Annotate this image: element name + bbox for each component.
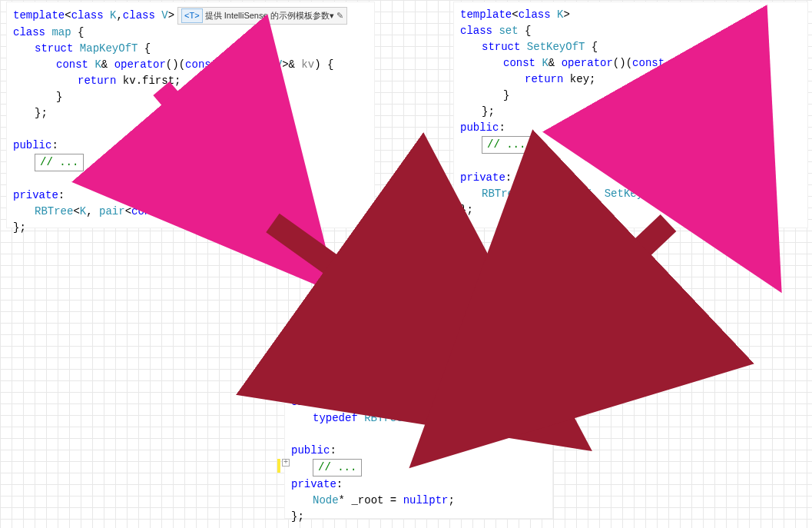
map-operator-line: const K& operator()(const pair<K, V>& kv…	[13, 57, 368, 73]
map-member-line: RBTree<K, pair<const K, V>, MapKeyOfT>_t…	[13, 204, 368, 220]
rbtree-code-block: template<class K,class T,class KeyOfT> −…	[284, 373, 553, 519]
set-code-block: template<class K> class set { struct Set…	[453, 2, 808, 228]
set-public-line: public:	[460, 120, 801, 136]
arrow-map-to-rbtree	[273, 223, 461, 357]
set-close-struct: };	[460, 104, 801, 120]
set-member-line: RBTree<K, const K, SetKeyOfT> _t;	[460, 186, 801, 202]
map-ellipsis-line: // ...	[13, 154, 368, 171]
set-ellipsis-line: // ...	[460, 136, 801, 154]
blank2	[13, 171, 368, 188]
map-close-class: };	[13, 220, 368, 236]
map-private-line: private:	[13, 188, 368, 204]
set-return-line: return key;	[460, 71, 801, 88]
rbtree-ellipsis-line: +// ...	[291, 459, 546, 477]
map-struct-line: struct MapKeyOfT {	[13, 41, 368, 57]
map-return-line: return kv.first;	[13, 73, 368, 89]
map-close-struct: };	[13, 105, 368, 121]
set-template-line: template<class K>	[460, 7, 801, 23]
set-private-line: private:	[460, 170, 801, 186]
map-public-line: public:	[13, 138, 368, 154]
rbtree-public-line: public:	[291, 443, 546, 459]
set-operator-line: const K& operator()(const K& key) {	[460, 55, 801, 71]
map-class-line: class map {	[13, 25, 368, 41]
rbtree-close-class: };	[291, 509, 546, 525]
blank	[13, 121, 368, 138]
set-struct-line: struct SetKeyOfT {	[460, 39, 801, 55]
fold-plus-icon[interactable]: +	[282, 459, 290, 467]
rbtree-private-line: private:	[291, 477, 546, 493]
map-template-line: template<class K,class V><T>提供 IntelliSe…	[13, 7, 368, 25]
blank4	[291, 427, 546, 443]
set-class-line: class set {	[460, 23, 801, 39]
fold-minus-icon[interactable]: −	[280, 394, 288, 402]
pencil-icon: ✎	[336, 9, 343, 22]
set-close-class: };	[460, 202, 801, 218]
set-close-inner: }	[460, 88, 801, 104]
rbtree-template-line: template<class K,class T,class KeyOfT>	[291, 378, 546, 394]
intellisense-hint[interactable]: <T>提供 IntelliSense 的示例模板参数 ▾✎	[177, 7, 347, 25]
edit-marker-icon	[277, 459, 280, 473]
rbtree-member-line: Node* _root = nullptr;	[291, 493, 546, 509]
blank3	[460, 154, 801, 170]
rbtree-typedef-line: typedef RBTreeNode<T> Node;	[291, 410, 546, 427]
map-code-block: template<class K,class V><T>提供 IntelliSe…	[6, 2, 375, 228]
map-close-inner: }	[13, 89, 368, 105]
rbtree-class-line: −class RBTree {	[291, 394, 546, 410]
arrow-set-to-rbtree	[526, 223, 668, 357]
